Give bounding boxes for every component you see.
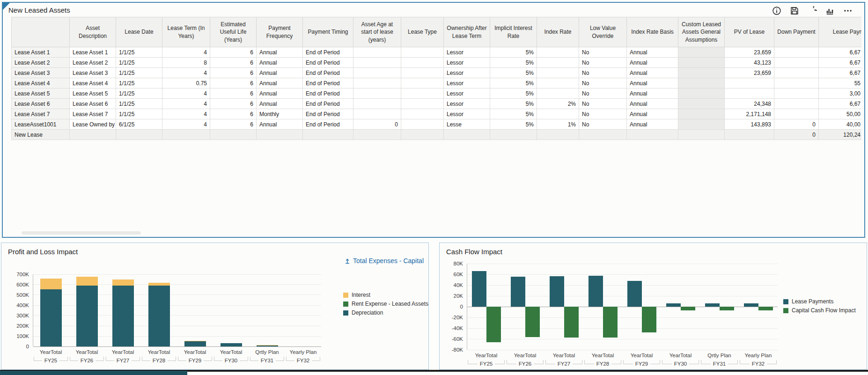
grid-cell[interactable]: 1/1/25 bbox=[116, 68, 162, 78]
grid-cell[interactable] bbox=[678, 47, 725, 58]
grid-cell[interactable]: Annual bbox=[627, 99, 678, 109]
grid-cell[interactable]: 0 bbox=[774, 130, 819, 140]
grid-cell[interactable]: Annual bbox=[627, 78, 678, 88]
grid-cell[interactable]: 2,171,148 bbox=[725, 109, 774, 119]
grid-cell[interactable]: Annual bbox=[257, 99, 303, 109]
legend-item[interactable]: Rent Expense - Leased Assets bbox=[343, 301, 428, 307]
grid-cell[interactable]: 8 bbox=[162, 58, 210, 68]
bar[interactable] bbox=[705, 303, 720, 307]
grid-cell[interactable] bbox=[401, 88, 444, 99]
row-header[interactable]: New Lease bbox=[12, 130, 70, 140]
grid-cell[interactable]: Lease Owned by bbox=[70, 119, 116, 130]
grid-cell[interactable] bbox=[678, 78, 725, 88]
bottom-tab-strip[interactable] bbox=[0, 370, 187, 375]
grid-cell[interactable]: Lessor bbox=[444, 47, 490, 58]
grid-cell[interactable] bbox=[490, 130, 537, 140]
grid-cell[interactable]: 0 bbox=[774, 119, 819, 130]
grid-cell[interactable] bbox=[353, 78, 401, 88]
column-header[interactable]: Index Rate bbox=[537, 17, 579, 47]
grid-cell[interactable]: 43,123 bbox=[725, 58, 774, 68]
grid-cell[interactable]: End of Period bbox=[303, 99, 353, 109]
grid-cell[interactable] bbox=[401, 68, 444, 78]
pnl-panel[interactable]: Profit and Loss Impact Total Expenses - … bbox=[1, 243, 429, 370]
grid-panel[interactable]: New Leased Assets bbox=[2, 2, 865, 238]
bar-segment[interactable] bbox=[76, 286, 98, 346]
column-header[interactable]: Lease Type bbox=[401, 17, 444, 47]
grid-cell[interactable]: 5% bbox=[490, 119, 537, 130]
grid-cell[interactable]: No bbox=[579, 78, 627, 88]
column-header[interactable]: Ownership After Lease Term bbox=[444, 17, 490, 47]
grid-cell[interactable]: 6 bbox=[210, 119, 257, 130]
grid-cell[interactable]: 4 bbox=[162, 109, 210, 119]
grid-cell[interactable]: 5% bbox=[490, 109, 537, 119]
grid-cell[interactable] bbox=[725, 88, 774, 99]
legend-item[interactable]: Depreciation bbox=[343, 309, 428, 316]
grid-cell[interactable]: 6 bbox=[210, 109, 257, 119]
grid-cell[interactable]: 4 bbox=[162, 119, 210, 130]
grid-cell[interactable]: 6 bbox=[210, 99, 257, 109]
bar[interactable] bbox=[681, 307, 695, 310]
grid-cell[interactable]: No bbox=[579, 58, 627, 68]
grid-cell[interactable]: 23,659 bbox=[725, 68, 774, 78]
grid-cell[interactable]: 6,67 bbox=[819, 47, 862, 58]
grid-cell[interactable]: 1/1/25 bbox=[116, 88, 162, 99]
bar-chart-icon[interactable] bbox=[825, 6, 835, 16]
grid-cell[interactable]: Monthly bbox=[257, 109, 303, 119]
grid-cell[interactable] bbox=[725, 78, 774, 88]
grid-cell[interactable] bbox=[353, 68, 401, 78]
grid-cell[interactable]: Lease Asset 3 bbox=[70, 68, 116, 78]
grid-cell[interactable] bbox=[257, 130, 303, 140]
grid-cell[interactable]: Annual bbox=[627, 68, 678, 78]
grid-cell[interactable]: Annual bbox=[627, 58, 678, 68]
grid-cell[interactable]: 5% bbox=[490, 47, 537, 58]
grid-cell[interactable]: 55 bbox=[819, 78, 862, 88]
grid-cell[interactable] bbox=[162, 130, 210, 140]
grid-cell[interactable]: 5% bbox=[490, 78, 537, 88]
legend-item[interactable]: Lease Payments bbox=[783, 298, 856, 305]
grid-cell[interactable]: No bbox=[579, 47, 627, 58]
bar[interactable] bbox=[720, 307, 734, 310]
row-header[interactable]: Lease Asset 3 bbox=[12, 68, 70, 78]
grid-cell[interactable] bbox=[678, 58, 725, 68]
grid-cell[interactable]: 24,348 bbox=[725, 99, 774, 109]
grid-cell[interactable]: Lease Asset 1 bbox=[70, 47, 116, 58]
grid-cell[interactable] bbox=[353, 109, 401, 119]
grid-cell[interactable]: No bbox=[579, 68, 627, 78]
grid-cell[interactable] bbox=[401, 109, 444, 119]
grid-cell[interactable] bbox=[537, 68, 579, 78]
grid-cell[interactable]: 40,00 bbox=[819, 119, 862, 130]
grid-cell[interactable] bbox=[303, 130, 353, 140]
grid-cell[interactable]: Annual bbox=[257, 78, 303, 88]
bar-segment[interactable] bbox=[76, 277, 98, 286]
grid-cell[interactable] bbox=[353, 58, 401, 68]
column-header[interactable]: Index Rate Basis bbox=[627, 17, 678, 47]
grid-cell[interactable]: End of Period bbox=[303, 47, 353, 58]
grid-cell[interactable]: Lease Asset 4 bbox=[70, 78, 116, 88]
row-header[interactable]: LeaseAsset1001 bbox=[12, 119, 70, 130]
bar-segment[interactable] bbox=[40, 289, 62, 346]
info-icon[interactable] bbox=[772, 6, 782, 16]
grid-cell[interactable]: 1/1/25 bbox=[116, 99, 162, 109]
grid-cell[interactable]: Annual bbox=[627, 109, 678, 119]
grid-cell[interactable]: 6 bbox=[210, 58, 257, 68]
grid-cell[interactable]: No bbox=[579, 109, 627, 119]
grid-cell[interactable] bbox=[678, 119, 725, 130]
grid-cell[interactable]: 120,24 bbox=[819, 130, 862, 140]
grid-cell[interactable]: 6 bbox=[210, 78, 257, 88]
grid-cell[interactable] bbox=[774, 47, 819, 58]
grid-cell[interactable]: Annual bbox=[257, 68, 303, 78]
grid-cell[interactable]: 5% bbox=[490, 99, 537, 109]
grid-cell[interactable] bbox=[401, 47, 444, 58]
grid-cell[interactable]: 1/1/25 bbox=[116, 78, 162, 88]
grid-cell[interactable]: End of Period bbox=[303, 109, 353, 119]
grid-cell[interactable]: End of Period bbox=[303, 119, 353, 130]
grid-cell[interactable]: Lessor bbox=[444, 88, 490, 99]
grid-cell[interactable] bbox=[401, 78, 444, 88]
bar-segment[interactable] bbox=[184, 341, 206, 346]
grid-cell[interactable]: 4 bbox=[162, 99, 210, 109]
row-header[interactable]: Lease Asset 6 bbox=[12, 99, 70, 109]
grid-cell[interactable] bbox=[353, 47, 401, 58]
grid-cell[interactable]: No bbox=[579, 88, 627, 99]
refresh-icon[interactable] bbox=[807, 6, 817, 16]
grid-cell[interactable] bbox=[444, 130, 490, 140]
